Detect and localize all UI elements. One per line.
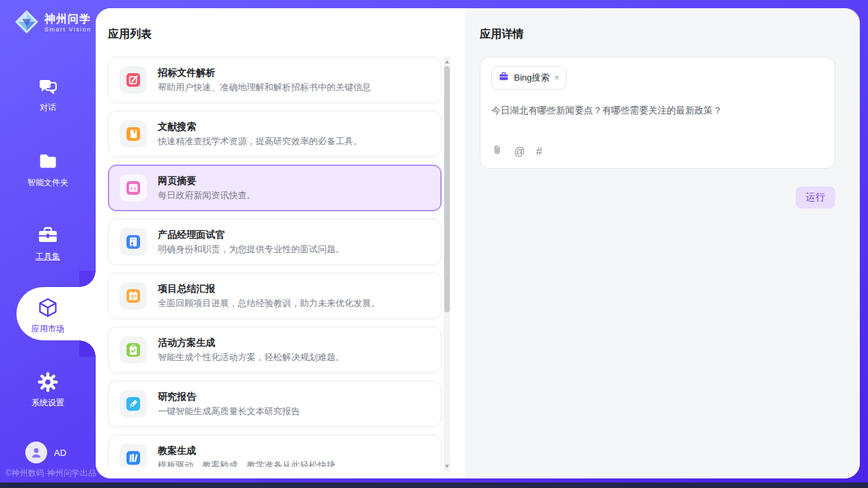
sidebar-item-label: 智能文件夹 (27, 178, 68, 187)
sidebar-item-chat[interactable]: 对话 (0, 75, 96, 113)
app-name: 产品经理面试官 (158, 229, 344, 241)
scrollbar-thumb[interactable] (444, 66, 450, 312)
app-name: 项目总结汇报 (158, 283, 380, 295)
app-list-panel: 应用列表 招标文件解析 帮助用户快速、准确地理解和解析招标书中的关键信息 (96, 8, 465, 478)
main-content: 应用列表 招标文件解析 帮助用户快速、准确地理解和解析招标书中的关键信息 (96, 8, 860, 478)
app-list-title: 应用列表 (108, 27, 465, 40)
diamond-logo-icon (14, 9, 40, 38)
hash-icon[interactable]: # (536, 146, 542, 157)
copyright-text: ©神州数码·神州问学出品 (5, 467, 96, 479)
user-name: AD (54, 448, 66, 458)
edit-doc-icon (120, 66, 147, 94)
app-name: 文献搜索 (158, 121, 362, 133)
paperclip-icon[interactable] (491, 144, 503, 159)
app-desc: 帮助用户快速、准确地理解和解析招标书中的关键信息 (158, 82, 371, 93)
app-desc: 智能生成个性化活动方案，轻松解决规划难题。 (158, 352, 344, 363)
brand-subtitle: Smart Vision (44, 25, 92, 33)
tool-tag-label: Bing搜索 (514, 72, 550, 84)
app-card-event-plan[interactable]: 活动方案生成 智能生成个性化活动方案，轻松解决规划难题。 (108, 327, 442, 373)
app-card-lesson-plan[interactable]: 教案生成 模板驱动，教案秒成，教学准备从此轻松快捷 (108, 435, 442, 467)
app-card-research-report[interactable]: 研究报告 一键智能生成高质量长文本研究报告 (108, 381, 442, 427)
app-desc: 全面回顾项目进展，总结经验教训，助力未来优化发展。 (158, 298, 380, 309)
book-icon (120, 120, 147, 148)
calendar-note-icon (120, 282, 147, 310)
sidebar-item-label: 工具集 (36, 252, 60, 261)
avatar (25, 442, 47, 463)
sidebar: 神州问学 Smart Vision 对话 智能文件夹 (0, 0, 96, 488)
app-list: 招标文件解析 帮助用户快速、准确地理解和解析招标书中的关键信息 文献搜索 快速精… (108, 57, 443, 467)
sidebar-item-smart-folder[interactable]: 智能文件夹 (0, 150, 96, 189)
app-name: 招标文件解析 (158, 67, 371, 79)
user-account[interactable]: AD (25, 442, 66, 463)
books-icon (120, 444, 147, 467)
brand-name: 神州问学 (44, 13, 92, 25)
briefcase-icon (498, 71, 509, 85)
sidebar-item-label: 应用市场 (31, 324, 64, 334)
app-detail-panel: 应用详情 Bing搜索 × 今日湖北有哪些新闻要点？有哪些需要关注的最新政策？ (465, 8, 860, 478)
app-name: 教案生成 (158, 445, 336, 457)
app-desc: 每日政府新闻资讯快查。 (158, 190, 256, 201)
chat-icon (0, 75, 96, 97)
app-name: 研究报告 (158, 391, 300, 403)
app-desc: 快速精准查找学术资源，提高研究效率的必备工具。 (158, 136, 362, 147)
sidebar-item-label: 对话 (40, 103, 56, 112)
query-input[interactable]: 今日湖北有哪些新闻要点？有哪些需要关注的最新政策？ (491, 105, 824, 144)
app-name: 活动方案生成 (158, 337, 344, 349)
scrollbar-down-arrow[interactable] (445, 465, 449, 468)
run-button[interactable]: 运行 (796, 187, 835, 208)
app-desc: 模板驱动，教案秒成，教学准备从此轻松快捷 (158, 460, 336, 467)
browser-code-icon (120, 174, 147, 202)
folder-icon (0, 150, 96, 172)
gear-icon (0, 370, 96, 392)
scrollbar-up-arrow[interactable] (445, 60, 449, 64)
sidebar-item-label: 系统设置 (31, 398, 64, 407)
app-desc: 明确身份和职责，为您提供专业性的面试问题。 (158, 244, 344, 255)
brand-logo: 神州问学 Smart Vision (14, 9, 92, 38)
app-card-web-summary[interactable]: 网页摘要 每日政府新闻资讯快查。 (108, 165, 442, 211)
app-card-bid-doc-analysis[interactable]: 招标文件解析 帮助用户快速、准确地理解和解析招标书中的关键信息 (108, 57, 442, 103)
mention-icon[interactable]: @ (514, 146, 525, 157)
app-card-literature-search[interactable]: 文献搜索 快速精准查找学术资源，提高研究效率的必备工具。 (108, 111, 442, 157)
sidebar-item-toolset[interactable]: 工具集 (0, 224, 96, 262)
prompt-card[interactable]: Bing搜索 × 今日湖北有哪些新闻要点？有哪些需要关注的最新政策？ @ # (480, 57, 835, 169)
app-card-pm-interviewer[interactable]: 产品经理面试官 明确身份和职责，为您提供专业性的面试问题。 (108, 219, 442, 265)
app-detail-title: 应用详情 (480, 27, 860, 40)
sidebar-item-settings[interactable]: 系统设置 (0, 370, 96, 409)
app-card-project-summary[interactable]: 项目总结汇报 全面回顾项目进展，总结经验教训，助力未来优化发展。 (108, 273, 442, 319)
app-desc: 一键智能生成高质量长文本研究报告 (158, 406, 300, 417)
clipboard-check-icon (120, 336, 147, 364)
toolbox-icon (0, 224, 96, 246)
scrollbar[interactable] (444, 57, 450, 472)
attachment-toolbar: @ # (491, 144, 824, 160)
person-doc-icon (120, 228, 147, 256)
tool-tag-bing-search[interactable]: Bing搜索 × (491, 66, 567, 90)
app-name: 网页摘要 (158, 175, 256, 187)
sidebar-item-app-market[interactable]: 应用市场 (0, 297, 96, 335)
cube-icon (0, 297, 96, 318)
tool-tag-close-icon[interactable]: × (554, 74, 560, 82)
ink-pen-icon (120, 390, 147, 418)
